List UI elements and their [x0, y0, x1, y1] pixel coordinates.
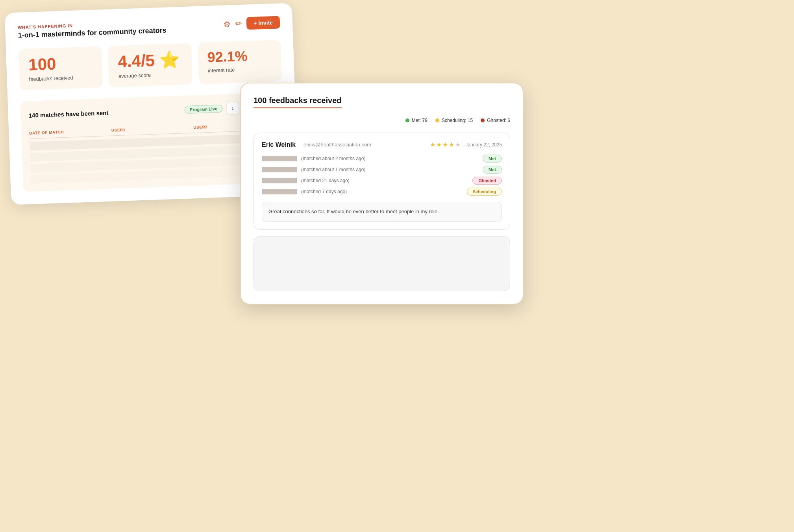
match-bar-3 [262, 178, 297, 183]
star-2: ★ [436, 141, 442, 148]
legend-row: Met: 79 Scheduling: 15 Ghosted: 6 [254, 118, 510, 123]
star-4: ★ [449, 141, 454, 148]
matches-header: 140 matches have been sent Program Live … [28, 100, 275, 122]
match-label-4: (matched 7 days ago) [301, 189, 463, 194]
match-row-4: (matched 7 days ago) Scheduling [262, 188, 502, 196]
invite-button[interactable]: + Invite [246, 16, 280, 30]
match-label-3: (matched 21 days ago) [301, 178, 468, 183]
header-actions: ⚙ ✏ + Invite [223, 16, 280, 31]
status-badge-ghosted: Ghosted [472, 177, 502, 185]
stat-card-feedbacks: 100 feedbacks received [19, 46, 103, 90]
match-bar-4 [262, 189, 297, 194]
status-badge-met-1: Met [483, 155, 502, 163]
edit-icon: ✏ [235, 19, 242, 29]
stats-row: 100 feedbacks received 4.4/5 ⭐ average s… [19, 40, 282, 90]
second-placeholder-card [254, 236, 510, 291]
feedback-user-row: Eric Weinik ericw@healthassociation.com … [262, 141, 502, 148]
gear-button[interactable]: ⚙ [223, 19, 231, 29]
match-label-1: (matched about 2 months ago) [301, 156, 479, 161]
feedback-date: January 22, 2025 [465, 142, 502, 148]
match-row-2: (matched about 1 months ago) Met [262, 166, 502, 174]
status-badge-met-2: Met [483, 166, 502, 174]
stat-value-feedbacks: 100 [28, 54, 93, 73]
arrow-down-icon: ↓ [231, 105, 234, 111]
scheduling-label: Scheduling: 15 [442, 118, 473, 123]
edit-button[interactable]: ✏ [235, 19, 242, 29]
feedbacks-title: 100 feedbacks received [254, 96, 342, 108]
scheduling-dot [435, 118, 439, 122]
met-label: Met: 79 [412, 118, 428, 123]
col-user1: USER1 [111, 125, 194, 132]
legend-scheduling: Scheduling: 15 [435, 118, 473, 123]
feedback-user-name: Eric Weinik [262, 141, 296, 148]
ghosted-dot [481, 118, 485, 122]
star-5: ★ [455, 141, 461, 148]
status-badge-scheduling: Scheduling [467, 188, 502, 196]
feedback-meta: ★ ★ ★ ★ ★ January 22, 2025 [430, 141, 502, 148]
arrow-down-button[interactable]: ↓ [226, 102, 239, 115]
match-rows: (matched about 2 months ago) Met (matche… [262, 155, 502, 196]
stat-label-interest: interest rate [208, 65, 272, 74]
matches-title: 140 matches have been sent [29, 109, 109, 118]
stat-card-interest: 92.1% interest rate [197, 40, 282, 84]
feedback-card: Eric Weinik ericw@healthassociation.com … [254, 133, 510, 230]
legend-met: Met: 79 [405, 118, 428, 123]
ghosted-label: Ghosted: 6 [487, 118, 510, 123]
gear-icon: ⚙ [223, 19, 231, 29]
star-1: ★ [430, 141, 435, 148]
legend-ghosted: Ghosted: 6 [481, 118, 510, 123]
feedback-comment: Great connections so far. It would be ev… [262, 202, 502, 222]
back-card-header: WHAT'S HAPPENING IN 1-on-1 masterminds f… [18, 16, 280, 40]
program-live-badge: Program Live [185, 105, 223, 114]
match-row-1: (matched about 2 months ago) Met [262, 155, 502, 163]
stars-display: ★ ★ ★ ★ ★ [430, 141, 461, 148]
stat-value-score: 4.4/5 ⭐ [118, 51, 183, 70]
back-card-title-section: WHAT'S HAPPENING IN 1-on-1 masterminds f… [18, 20, 167, 40]
stat-label-score: average score [118, 71, 183, 79]
match-row-3: (matched 21 days ago) Ghosted [262, 177, 502, 185]
stat-value-interest: 92.1% [207, 48, 272, 65]
match-label-2: (matched about 1 months ago) [301, 167, 479, 172]
front-card: 100 feedbacks received Met: 79 Schedulin… [240, 83, 524, 305]
met-dot [405, 118, 409, 122]
col-date: DATE OF MATCH [29, 128, 111, 135]
match-bar-1 [262, 156, 297, 161]
feedback-user-email: ericw@healthassociation.com [304, 142, 371, 148]
match-bar-2 [262, 167, 297, 172]
stat-card-score: 4.4/5 ⭐ average score [108, 43, 192, 87]
stat-label-feedbacks: feedbacks received [29, 74, 93, 82]
star-3: ★ [442, 141, 448, 148]
